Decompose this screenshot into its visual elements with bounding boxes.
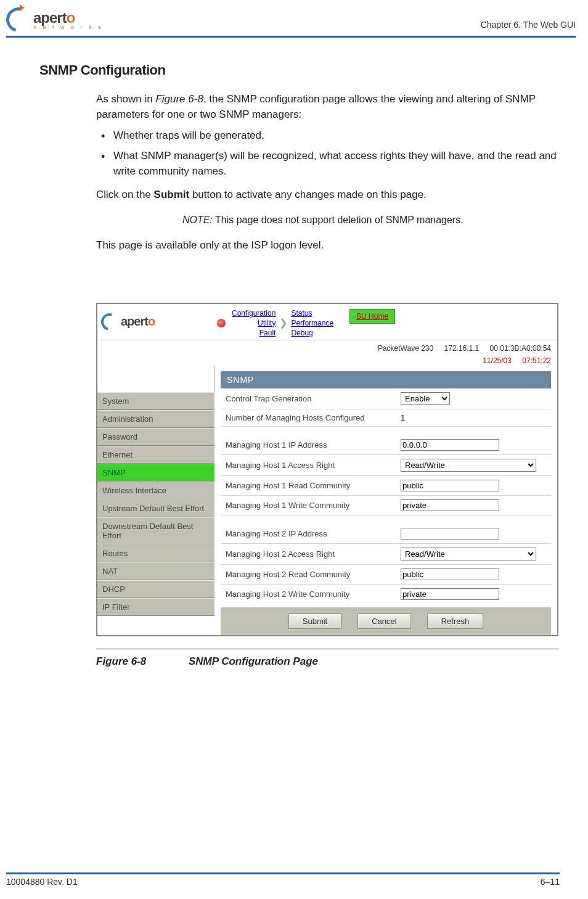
logo-arc-icon (2, 3, 36, 37)
footer-rev: 10004880 Rev. D1 (6, 877, 78, 887)
nav-link-utility[interactable]: Utility (232, 319, 276, 327)
h2-ip-input[interactable] (401, 528, 499, 540)
row-h1-access: Managing Host 1 Access Right Read/Write (221, 455, 551, 476)
h2-write-input[interactable] (401, 588, 499, 600)
nav-link-debug[interactable]: Debug (291, 329, 333, 337)
figure-rule (96, 649, 558, 649)
page-footer: 10004880 Rev. D1 6–11 (0, 872, 588, 887)
mini-logo-arc-icon (98, 310, 121, 334)
nav-col-right: Status Performance Debug (291, 309, 333, 337)
row-h2-rc: Managing Host 2 Read Community (221, 565, 551, 585)
nav-link-performance[interactable]: Performance (291, 319, 333, 327)
main-panel: SNMP Control Trap Generation Enable Numb… (214, 365, 557, 635)
trap-select[interactable]: Enable (401, 392, 450, 405)
h2-access-select[interactable]: Read/Write (401, 548, 536, 560)
sidebar-item[interactable]: Password (97, 428, 214, 446)
sidebar-item[interactable]: Routes (97, 544, 214, 562)
h1-read-input[interactable] (401, 480, 499, 491)
sidebar-item[interactable]: DHCP (97, 580, 214, 598)
row-h1-wc: Managing Host 1 Write Community (221, 496, 551, 515)
nav-dot-icon (217, 319, 226, 327)
note-line: NOTE: This page does not support deletio… (96, 213, 560, 227)
sidebar-item[interactable]: Wireless Interface (97, 482, 214, 499)
page-body: SNMP Configuration As shown in Figure 6-… (0, 38, 588, 668)
meta-date: 11/25/03 (483, 356, 512, 365)
figure-ref: Figure 6-8 (155, 93, 203, 105)
nav-link-configuration[interactable]: Configuration (232, 309, 276, 318)
h1-write-input[interactable] (401, 499, 499, 511)
sidebar-item[interactable]: Downstream Default Best Effort (97, 517, 214, 544)
shot-header: aperto Configuration Utility Fault ❯ Sta… (97, 304, 557, 340)
row-h2-ip: Managing Host 2 IP Address (221, 524, 551, 544)
sidebar-item[interactable]: IP Filter (97, 598, 214, 616)
h1-access-select[interactable]: Read/Write (401, 459, 536, 472)
submit-button[interactable]: Submit (288, 614, 341, 629)
nav-col-left: Configuration Utility Fault (232, 309, 276, 337)
shot-logo: aperto (97, 304, 214, 340)
device-meta: PacketWave 230 172.16.1.1 00:01:3B:A0:00… (97, 340, 557, 353)
logo-text: apert (33, 9, 67, 26)
list-item: What SNMP manager(s) will be recognized,… (96, 149, 560, 179)
refresh-button[interactable]: Refresh (427, 614, 484, 629)
button-bar: Submit Cancel Refresh (221, 607, 551, 635)
sidebar-item[interactable]: Ethernet (97, 446, 214, 464)
screenshot: aperto Configuration Utility Fault ❯ Sta… (96, 303, 558, 636)
chapter-title: Chapter 6. The Web GUI (481, 20, 576, 32)
su-home-button[interactable]: SU Home (349, 309, 395, 324)
time-meta: 11/25/03 07:51:22 (97, 353, 557, 365)
sidebar-item[interactable]: SNMP (97, 464, 214, 482)
footer-page: 6–11 (541, 877, 560, 887)
note-text: This page does not support deletion of S… (213, 215, 463, 225)
isp-paragraph: This page is available only at the ISP l… (96, 238, 560, 253)
device-model: PacketWave 230 (378, 344, 433, 353)
meta-time: 07:51:22 (522, 356, 551, 365)
sidebar: SystemAdministrationPasswordEthernetSNMP… (97, 365, 214, 635)
figure: aperto Configuration Utility Fault ❯ Sta… (96, 303, 558, 668)
brand-logo: aperto n e t w o r k s (6, 7, 104, 32)
page-header: aperto n e t w o r k s Chapter 6. The We… (0, 0, 588, 38)
h2-read-input[interactable] (401, 569, 499, 580)
row-num-hosts: Number of Managing Hosts Configured 1 (221, 409, 551, 427)
sidebar-item[interactable]: NAT (97, 562, 214, 580)
panel-title: SNMP (221, 371, 551, 388)
sidebar-item[interactable]: Upstream Default Best Effort (97, 499, 214, 517)
section-heading: SNMP Configuration (39, 62, 560, 78)
logo-text-o: o (67, 9, 75, 26)
h1-ip-input[interactable] (401, 439, 499, 451)
device-ip: 172.16.1.1 (444, 344, 480, 353)
nav-arrow-icon: ❯ (279, 317, 287, 329)
device-mac: 00:01:3B:A0:00:54 (490, 344, 551, 353)
nav-link-fault[interactable]: Fault (232, 329, 276, 337)
nav-link-status[interactable]: Status (291, 309, 333, 318)
submit-paragraph: Click on the Submit button to activate a… (96, 187, 560, 203)
sidebar-item[interactable]: Administration (97, 410, 214, 428)
row-trap-generation: Control Trap Generation Enable (221, 388, 551, 409)
list-item: Whether traps will be generated. (96, 128, 560, 144)
cancel-button[interactable]: Cancel (357, 614, 410, 629)
bullet-list: Whether traps will be generated. What SN… (96, 128, 560, 179)
sidebar-item[interactable]: System (97, 392, 214, 410)
note-label: NOTE: (182, 215, 213, 225)
logo-subtext: n e t w o r k s (33, 24, 104, 30)
num-hosts-value: 1 (401, 413, 549, 422)
intro-paragraph: As shown in Figure 6-8, the SNMP configu… (96, 92, 560, 122)
figure-caption: Figure 6-8SNMP Configuration Page (96, 655, 558, 668)
row-h1-rc: Managing Host 1 Read Community (221, 476, 551, 496)
row-h1-ip: Managing Host 1 IP Address (221, 435, 551, 455)
row-h2-wc: Managing Host 2 Write Community (221, 585, 551, 604)
row-h2-access: Managing Host 2 Access Right Read/Write (221, 544, 551, 565)
